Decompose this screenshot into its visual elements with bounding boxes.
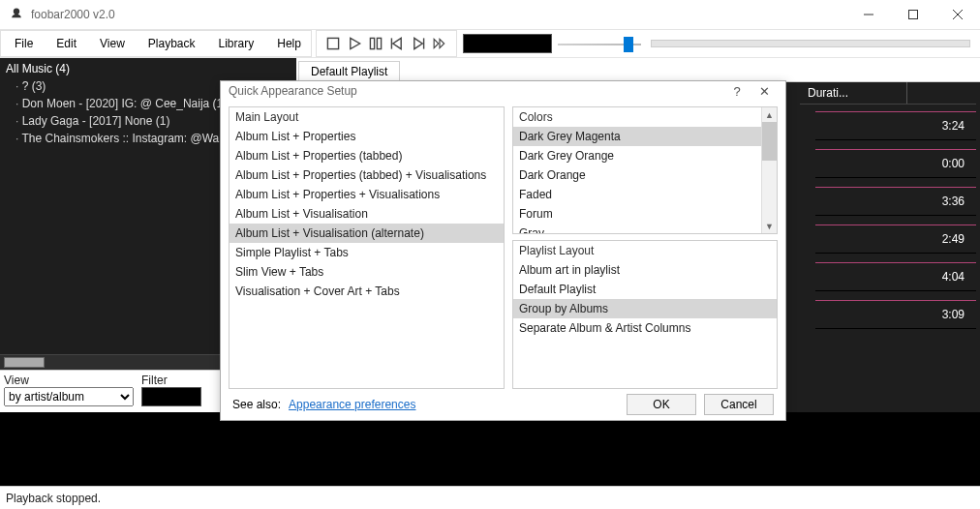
menu-file[interactable]: File bbox=[5, 35, 43, 52]
list-item[interactable]: Dark Orange bbox=[513, 165, 762, 185]
status-bar: Playback stopped. bbox=[0, 486, 980, 509]
menubar: File Edit View Playback Library Help bbox=[0, 30, 980, 58]
svg-marker-5 bbox=[351, 38, 360, 48]
svg-marker-13 bbox=[440, 39, 444, 47]
duration-cell[interactable]: 2:49 bbox=[815, 225, 976, 254]
list-item[interactable]: Default Playlist bbox=[513, 280, 777, 299]
colors-scrollbar[interactable]: ▲ ▼ bbox=[761, 107, 777, 233]
appearance-prefs-link[interactable]: Appearance preferences bbox=[289, 398, 415, 411]
svg-rect-4 bbox=[327, 38, 338, 48]
tab-default-playlist[interactable]: Default Playlist bbox=[298, 61, 400, 81]
list-item[interactable]: Dark Grey Orange bbox=[513, 146, 762, 165]
window-title: foobar2000 v2.0 bbox=[31, 8, 846, 21]
prev-icon[interactable] bbox=[390, 37, 404, 50]
svg-rect-7 bbox=[377, 38, 381, 48]
quick-appearance-dialog: Quick Appearance Setup ? ✕ Main Layout A… bbox=[220, 80, 786, 421]
menu-view[interactable]: View bbox=[90, 35, 135, 52]
tree-root[interactable]: All Music (4) bbox=[6, 60, 291, 77]
bottom-strip bbox=[0, 412, 980, 486]
ok-button[interactable]: OK bbox=[627, 394, 696, 415]
column-header-duration[interactable]: Durati... bbox=[800, 82, 976, 105]
list-item[interactable]: Separate Album & Artist Columns bbox=[513, 318, 777, 338]
pause-icon[interactable] bbox=[369, 37, 383, 50]
app-icon bbox=[8, 6, 25, 23]
filter-input[interactable] bbox=[141, 387, 201, 406]
view-select[interactable]: by artist/album bbox=[4, 387, 134, 406]
dialog-help-button[interactable]: ? bbox=[723, 84, 750, 99]
status-text: Playback stopped. bbox=[6, 492, 101, 505]
duration-cell[interactable]: 3:36 bbox=[815, 187, 976, 216]
see-also-label: See also: bbox=[232, 398, 281, 411]
list-item[interactable]: Faded bbox=[513, 185, 762, 204]
volume-slider[interactable] bbox=[558, 34, 641, 53]
dialog-titlebar: Quick Appearance Setup ? ✕ bbox=[221, 81, 785, 101]
list-item[interactable]: Album List + Properties (tabbed) + Visua… bbox=[230, 165, 504, 185]
dialog-footer: See also: Appearance preferences OK Canc… bbox=[221, 389, 785, 420]
colors-header: Colors bbox=[513, 107, 777, 127]
minimize-button[interactable] bbox=[846, 0, 891, 29]
duration-cell[interactable]: 3:09 bbox=[815, 300, 976, 329]
list-item[interactable]: Simple Playlist + Tabs bbox=[230, 243, 504, 262]
transport-toolbar bbox=[316, 30, 457, 57]
duration-column: 3:24 0:00 3:36 2:49 4:04 3:09 bbox=[815, 111, 976, 338]
scrollbar-thumb[interactable] bbox=[762, 122, 777, 161]
list-item[interactable]: Album List + Visualisation bbox=[230, 204, 504, 224]
list-item[interactable]: Visualisation + Cover Art + Tabs bbox=[230, 282, 504, 301]
view-label: View bbox=[4, 374, 134, 387]
duration-cell[interactable]: 3:24 bbox=[815, 111, 976, 140]
play-icon[interactable] bbox=[348, 37, 361, 50]
scroll-up-icon[interactable]: ▲ bbox=[762, 107, 777, 122]
menu-playback[interactable]: Playback bbox=[138, 35, 205, 52]
stop-icon[interactable] bbox=[326, 37, 340, 50]
maximize-button[interactable] bbox=[891, 0, 935, 29]
svg-rect-1 bbox=[909, 11, 918, 19]
list-item[interactable]: Album List + Visualisation (alternate) bbox=[230, 224, 504, 243]
playlist-layout-list[interactable]: Playlist Layout Album art in playlistDef… bbox=[512, 240, 778, 389]
svg-rect-6 bbox=[370, 38, 374, 48]
list-item[interactable]: Group by Albums bbox=[513, 299, 777, 318]
dialog-title: Quick Appearance Setup bbox=[229, 84, 357, 98]
colors-list[interactable]: Colors Dark Grey MagentaDark Grey Orange… bbox=[512, 106, 778, 234]
duration-cell[interactable]: 0:00 bbox=[815, 149, 976, 178]
dialog-close-button[interactable]: ✕ bbox=[750, 84, 778, 99]
main-layout-header: Main Layout bbox=[230, 107, 504, 127]
volume-thumb[interactable] bbox=[624, 37, 633, 52]
duration-cell[interactable]: 4:04 bbox=[815, 262, 976, 291]
playlist-layout-header: Playlist Layout bbox=[513, 241, 777, 260]
filter-label: Filter bbox=[141, 374, 201, 387]
menu-library[interactable]: Library bbox=[209, 35, 264, 52]
next-icon[interactable] bbox=[412, 37, 425, 50]
seek-bar[interactable] bbox=[651, 40, 970, 47]
scrollbar-thumb[interactable] bbox=[4, 357, 45, 368]
list-item[interactable]: Slim View + Tabs bbox=[230, 262, 504, 282]
list-item[interactable]: Gray bbox=[513, 224, 762, 234]
menu-help[interactable]: Help bbox=[267, 35, 311, 52]
main-layout-list[interactable]: Main Layout Album List + PropertiesAlbum… bbox=[229, 106, 505, 389]
svg-marker-12 bbox=[434, 39, 439, 47]
visualizer bbox=[463, 34, 552, 53]
cancel-button[interactable]: Cancel bbox=[704, 394, 774, 415]
playlist-tabs: Default Playlist bbox=[296, 58, 980, 82]
menu-edit[interactable]: Edit bbox=[46, 35, 86, 52]
list-item[interactable]: Dark Grey Magenta bbox=[513, 127, 762, 146]
svg-marker-10 bbox=[414, 38, 422, 48]
close-button[interactable] bbox=[935, 0, 980, 29]
svg-marker-9 bbox=[393, 38, 401, 48]
list-item[interactable]: Album art in playlist bbox=[513, 260, 777, 280]
window-titlebar: foobar2000 v2.0 bbox=[0, 0, 980, 30]
list-item[interactable]: Album List + Properties (tabbed) bbox=[230, 146, 504, 165]
list-item[interactable]: Album List + Properties bbox=[230, 127, 504, 146]
scroll-down-icon[interactable]: ▼ bbox=[762, 219, 777, 233]
list-item[interactable]: Album List + Properties + Visualisations bbox=[230, 185, 504, 204]
random-icon[interactable] bbox=[433, 37, 446, 50]
list-item[interactable]: Forum bbox=[513, 204, 762, 224]
